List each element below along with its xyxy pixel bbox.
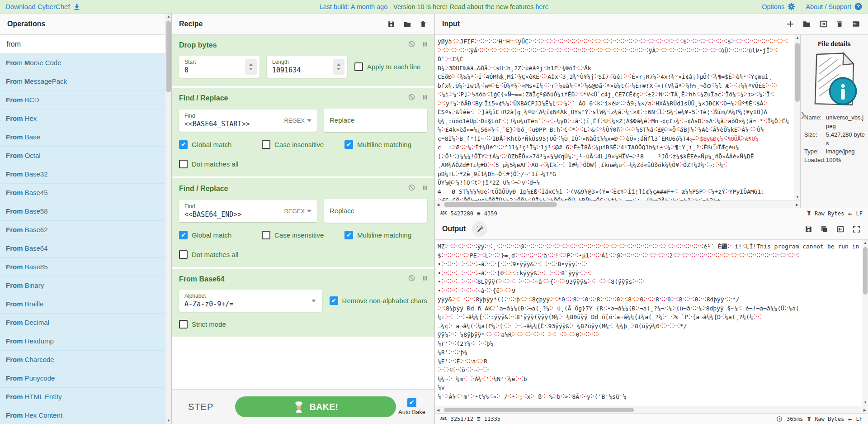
input-eol-label[interactable]: LF: [856, 210, 863, 217]
bake-button[interactable]: BAKE!: [235, 396, 396, 417]
recipe-op-find-replace-1[interactable]: Find / Replace Find <<BASE64_START>> REG…: [172, 88, 434, 176]
recipe-op-drop-bytes[interactable]: Drop bytes Start 0 Length 1091634: [172, 35, 434, 86]
breakpoint-pause-icon[interactable]: [422, 275, 428, 282]
case-insensitive-checkbox[interactable]: Case insensitive: [262, 140, 344, 149]
scrollbar-thumb[interactable]: [444, 202, 557, 207]
operation-list-item[interactable]: From Charcode: [0, 351, 171, 369]
output-format-label[interactable]: Raw Bytes: [815, 416, 844, 422]
operation-list-item[interactable]: From Hexdump: [0, 332, 171, 351]
dot-matches-all-checkbox[interactable]: Dot matches all: [179, 250, 263, 259]
multiline-matching-checkbox[interactable]: Multiline matching: [344, 140, 427, 149]
operation-list-item[interactable]: From HTML Entity: [0, 388, 171, 406]
checkbox-box[interactable]: [330, 296, 338, 305]
recipe-op-find-replace-2[interactable]: Find / Replace Find <<BASE64_END>> REGEX…: [172, 178, 434, 267]
magic-wand-button[interactable]: [472, 221, 487, 237]
find-field[interactable]: Find <<BASE64_END>> REGEX: [179, 200, 317, 222]
number-spinner[interactable]: [245, 59, 257, 75]
alphabet-select[interactable]: Alphabet A-Za-z0-9+/=: [179, 290, 322, 312]
scrollbar-thumb[interactable]: [166, 21, 171, 92]
scroll-left-arrow-icon[interactable]: ◀: [435, 407, 441, 413]
step-button[interactable]: STEP: [188, 402, 213, 412]
checkbox-box[interactable]: [179, 320, 188, 329]
add-input-tab-plus-icon[interactable]: [786, 19, 795, 29]
scrollbar-thumb[interactable]: [795, 43, 800, 102]
scrollbar-thumb[interactable]: [863, 247, 868, 295]
copy-output-icon[interactable]: [820, 225, 829, 233]
operation-list-item[interactable]: From Base58: [0, 202, 171, 221]
about-support-link[interactable]: About / Support ?: [806, 2, 863, 11]
scrollbar-thumb[interactable]: [444, 408, 634, 412]
operation-search-input[interactable]: [0, 35, 165, 53]
case-insensitive-checkbox[interactable]: Case insensitive: [262, 231, 344, 239]
strict-mode-checkbox[interactable]: Strict mode: [179, 320, 263, 329]
checkbox-box[interactable]: [179, 231, 188, 239]
find-value[interactable]: <<BASE64_START>>: [184, 120, 278, 128]
operation-list-item[interactable]: From Hex: [0, 110, 171, 128]
load-recipe-folder-icon[interactable]: [403, 20, 412, 29]
operation-list-item[interactable]: From Braille: [0, 295, 171, 314]
new-features-here-link[interactable]: here: [535, 3, 548, 10]
breakpoint-pause-icon[interactable]: [422, 41, 428, 48]
length-value[interactable]: 1091634: [272, 66, 343, 74]
operation-list-item[interactable]: From Binary: [0, 276, 171, 295]
input-format-label[interactable]: Raw Bytes: [815, 210, 844, 217]
options-link[interactable]: Options: [762, 2, 796, 11]
remove-non-alphabet-checkbox[interactable]: Remove non-alphabet chars: [330, 296, 427, 305]
multiline-matching-checkbox[interactable]: Multiline matching: [344, 231, 427, 239]
maximize-output-icon[interactable]: [852, 225, 861, 233]
last-build-link[interactable]: Last build: A month ago: [319, 3, 387, 10]
operation-list-item[interactable]: From MessagePack: [0, 72, 171, 91]
start-field[interactable]: Start 0: [179, 56, 259, 78]
output-eol-label[interactable]: LF: [856, 416, 863, 422]
find-value[interactable]: <<BASE64_END>>: [184, 210, 278, 219]
clear-recipe-trash-icon[interactable]: [419, 20, 427, 29]
output-horizontal-scrollbar[interactable]: ◀ ▶: [435, 406, 868, 413]
checkbox-box[interactable]: [407, 398, 416, 407]
operation-list-item[interactable]: From BCD: [0, 91, 171, 110]
disable-op-icon[interactable]: [408, 93, 415, 101]
scroll-down-arrow-icon[interactable]: ▼: [794, 194, 801, 200]
scroll-right-arrow-icon[interactable]: ▶: [794, 201, 800, 208]
recipe-op-from-base64[interactable]: From Base64 Alphabet A-Za-z0-9+/= Remove…: [172, 269, 434, 337]
start-value[interactable]: 0: [184, 66, 255, 74]
checkbox-box[interactable]: [344, 231, 353, 239]
operations-scrollbar[interactable]: ▲ ▼: [165, 14, 171, 424]
disable-op-icon[interactable]: [408, 40, 415, 48]
operation-list-item[interactable]: From Base64: [0, 239, 171, 258]
scroll-left-arrow-icon[interactable]: ◀: [435, 201, 441, 208]
input-horizontal-scrollbar[interactable]: ◀ ▶: [435, 200, 800, 208]
save-recipe-icon[interactable]: [387, 20, 396, 29]
checkbox-box[interactable]: [179, 160, 188, 168]
collapse-file-details-chevron[interactable]: ❯: [800, 111, 806, 119]
global-match-checkbox[interactable]: Global match: [179, 231, 262, 239]
checkbox-box[interactable]: [179, 250, 188, 259]
dot-matches-all-checkbox[interactable]: Dot matches all: [179, 160, 263, 168]
operation-list-item[interactable]: From Base: [0, 128, 171, 147]
operation-list-item[interactable]: From Octal: [0, 147, 171, 165]
operation-list-item[interactable]: From Base32: [0, 165, 171, 184]
alphabet-value[interactable]: A-Za-z0-9+/=: [184, 300, 304, 308]
operation-list-item[interactable]: From Morse Code: [0, 54, 171, 72]
checkbox-box[interactable]: [262, 231, 270, 239]
regex-type-select[interactable]: REGEX: [284, 117, 311, 124]
replace-field[interactable]: Replace: [324, 109, 427, 132]
global-match-checkbox[interactable]: Global match: [179, 140, 262, 149]
input-settings-panel-icon[interactable]: [851, 19, 861, 29]
open-folder-as-input-icon[interactable]: [819, 19, 828, 29]
apply-to-each-line-checkbox[interactable]: Apply to each line: [354, 62, 420, 71]
breakpoint-pause-icon[interactable]: [422, 94, 428, 101]
breakpoint-pause-icon[interactable]: [422, 184, 428, 191]
scroll-right-arrow-icon[interactable]: ▶: [862, 407, 868, 413]
clear-input-trash-icon[interactable]: [835, 19, 844, 29]
checkbox-box[interactable]: [179, 140, 188, 149]
replace-field[interactable]: Replace: [324, 199, 427, 223]
output-textarea[interactable]: MZ⠕⠪⠕⠪⠕⠪⠕⠪ÿÿ⠕⠪¸⠪⠕⠪⠕⠪⠕@⠕⠪⠕⠪⠕⠪⠕⠪⠕⠪⠕⠪⠕⠪⠕⠪⠕⠪…: [435, 240, 862, 406]
find-field[interactable]: Find <<BASE64_START>> REGEX: [179, 110, 317, 132]
replace-input-with-output-icon[interactable]: [836, 225, 845, 233]
operation-list-item[interactable]: From Decimal: [0, 314, 171, 332]
operation-list-item[interactable]: From Base62: [0, 221, 171, 239]
scroll-down-arrow-icon[interactable]: ▼: [862, 400, 868, 406]
scroll-up-arrow-icon[interactable]: ▲: [165, 14, 172, 20]
checkbox-box[interactable]: [354, 62, 363, 71]
length-field[interactable]: Length 1091634: [267, 56, 347, 78]
